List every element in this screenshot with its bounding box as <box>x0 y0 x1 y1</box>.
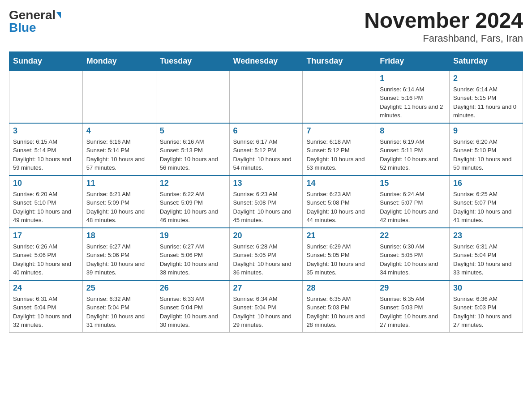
location-text: Farashband, Fars, Iran <box>364 33 523 44</box>
day-info: Sunrise: 6:16 AM Sunset: 5:13 PM Dayligh… <box>160 137 226 172</box>
day-info: Sunrise: 6:17 AM Sunset: 5:12 PM Dayligh… <box>233 137 299 172</box>
day-number: 24 <box>13 283 79 293</box>
calendar-cell: 15Sunrise: 6:24 AM Sunset: 5:07 PM Dayli… <box>376 176 450 228</box>
calendar-cell: 23Sunrise: 6:31 AM Sunset: 5:04 PM Dayli… <box>450 228 523 280</box>
calendar-cell <box>229 71 303 123</box>
calendar-week-4: 17Sunrise: 6:26 AM Sunset: 5:06 PM Dayli… <box>9 228 523 280</box>
calendar-cell: 12Sunrise: 6:22 AM Sunset: 5:09 PM Dayli… <box>156 176 229 228</box>
page-header: General Blue November 2024 Farashband, F… <box>9 9 523 44</box>
calendar-cell: 14Sunrise: 6:23 AM Sunset: 5:08 PM Dayli… <box>303 176 376 228</box>
weekday-header-wednesday: Wednesday <box>229 51 303 71</box>
calendar-cell: 27Sunrise: 6:34 AM Sunset: 5:04 PM Dayli… <box>229 280 303 333</box>
day-info: Sunrise: 6:33 AM Sunset: 5:04 PM Dayligh… <box>160 295 226 330</box>
day-info: Sunrise: 6:14 AM Sunset: 5:15 PM Dayligh… <box>453 85 519 120</box>
calendar-cell: 8Sunrise: 6:19 AM Sunset: 5:11 PM Daylig… <box>376 123 450 176</box>
day-number: 7 <box>306 126 372 136</box>
calendar-cell: 25Sunrise: 6:32 AM Sunset: 5:04 PM Dayli… <box>82 280 156 333</box>
day-info: Sunrise: 6:28 AM Sunset: 5:05 PM Dayligh… <box>233 242 299 277</box>
day-info: Sunrise: 6:26 AM Sunset: 5:06 PM Dayligh… <box>13 242 79 277</box>
day-info: Sunrise: 6:31 AM Sunset: 5:04 PM Dayligh… <box>13 295 79 330</box>
calendar-cell: 6Sunrise: 6:17 AM Sunset: 5:12 PM Daylig… <box>229 123 303 176</box>
day-number: 14 <box>306 179 372 188</box>
calendar-cell: 11Sunrise: 6:21 AM Sunset: 5:09 PM Dayli… <box>82 176 156 228</box>
day-number: 25 <box>86 283 152 293</box>
day-number: 18 <box>86 231 152 240</box>
day-number: 17 <box>13 231 79 240</box>
day-number: 2 <box>453 74 519 83</box>
day-number: 9 <box>453 126 519 136</box>
day-number: 22 <box>380 231 446 240</box>
calendar-cell: 19Sunrise: 6:27 AM Sunset: 5:06 PM Dayli… <box>156 228 229 280</box>
day-number: 20 <box>233 231 299 240</box>
day-number: 6 <box>233 126 299 136</box>
day-info: Sunrise: 6:20 AM Sunset: 5:10 PM Dayligh… <box>453 137 519 172</box>
day-info: Sunrise: 6:31 AM Sunset: 5:04 PM Dayligh… <box>453 242 519 277</box>
weekday-header-friday: Friday <box>376 51 450 71</box>
weekday-header-monday: Monday <box>82 51 156 71</box>
calendar-cell: 5Sunrise: 6:16 AM Sunset: 5:13 PM Daylig… <box>156 123 229 176</box>
day-number: 11 <box>86 179 152 188</box>
day-info: Sunrise: 6:22 AM Sunset: 5:09 PM Dayligh… <box>160 190 226 225</box>
day-info: Sunrise: 6:18 AM Sunset: 5:12 PM Dayligh… <box>306 137 372 172</box>
calendar-week-2: 3Sunrise: 6:15 AM Sunset: 5:14 PM Daylig… <box>9 123 523 176</box>
calendar-cell: 17Sunrise: 6:26 AM Sunset: 5:06 PM Dayli… <box>9 228 83 280</box>
day-number: 27 <box>233 283 299 293</box>
calendar-cell: 29Sunrise: 6:35 AM Sunset: 5:03 PM Dayli… <box>376 280 450 333</box>
day-number: 21 <box>306 231 372 240</box>
calendar-week-5: 24Sunrise: 6:31 AM Sunset: 5:04 PM Dayli… <box>9 280 523 333</box>
calendar-cell: 7Sunrise: 6:18 AM Sunset: 5:12 PM Daylig… <box>303 123 376 176</box>
day-number: 8 <box>380 126 446 136</box>
weekday-header-row: SundayMondayTuesdayWednesdayThursdayFrid… <box>9 51 523 71</box>
weekday-header-thursday: Thursday <box>303 51 376 71</box>
day-number: 5 <box>160 126 226 136</box>
logo-arrow-icon <box>56 12 61 18</box>
weekday-header-sunday: Sunday <box>9 51 83 71</box>
day-info: Sunrise: 6:34 AM Sunset: 5:04 PM Dayligh… <box>233 295 299 330</box>
day-number: 19 <box>160 231 226 240</box>
calendar-cell: 1Sunrise: 6:14 AM Sunset: 5:16 PM Daylig… <box>376 71 450 123</box>
calendar-cell: 22Sunrise: 6:30 AM Sunset: 5:05 PM Dayli… <box>376 228 450 280</box>
day-number: 28 <box>306 283 372 293</box>
calendar-cell: 26Sunrise: 6:33 AM Sunset: 5:04 PM Dayli… <box>156 280 229 333</box>
day-number: 26 <box>160 283 226 293</box>
calendar-cell: 10Sunrise: 6:20 AM Sunset: 5:10 PM Dayli… <box>9 176 83 228</box>
calendar-cell: 28Sunrise: 6:35 AM Sunset: 5:03 PM Dayli… <box>303 280 376 333</box>
logo-blue-text: Blue <box>9 21 36 34</box>
calendar-cell: 13Sunrise: 6:23 AM Sunset: 5:08 PM Dayli… <box>229 176 303 228</box>
calendar-table: SundayMondayTuesdayWednesdayThursdayFrid… <box>9 51 523 333</box>
day-info: Sunrise: 6:15 AM Sunset: 5:14 PM Dayligh… <box>13 137 79 172</box>
calendar-cell: 9Sunrise: 6:20 AM Sunset: 5:10 PM Daylig… <box>450 123 523 176</box>
day-info: Sunrise: 6:19 AM Sunset: 5:11 PM Dayligh… <box>380 137 446 172</box>
day-info: Sunrise: 6:27 AM Sunset: 5:06 PM Dayligh… <box>86 242 152 277</box>
day-info: Sunrise: 6:14 AM Sunset: 5:16 PM Dayligh… <box>380 85 446 120</box>
day-info: Sunrise: 6:16 AM Sunset: 5:14 PM Dayligh… <box>86 137 152 172</box>
day-info: Sunrise: 6:29 AM Sunset: 5:05 PM Dayligh… <box>306 242 372 277</box>
logo-general-text: General <box>9 9 56 21</box>
day-number: 15 <box>380 179 446 188</box>
day-info: Sunrise: 6:24 AM Sunset: 5:07 PM Dayligh… <box>380 190 446 225</box>
calendar-cell <box>9 71 83 123</box>
day-number: 1 <box>380 74 446 83</box>
calendar-cell <box>156 71 229 123</box>
day-number: 16 <box>453 179 519 188</box>
day-info: Sunrise: 6:30 AM Sunset: 5:05 PM Dayligh… <box>380 242 446 277</box>
calendar-cell: 4Sunrise: 6:16 AM Sunset: 5:14 PM Daylig… <box>82 123 156 176</box>
weekday-header-tuesday: Tuesday <box>156 51 229 71</box>
day-info: Sunrise: 6:21 AM Sunset: 5:09 PM Dayligh… <box>86 190 152 225</box>
calendar-cell: 30Sunrise: 6:36 AM Sunset: 5:03 PM Dayli… <box>450 280 523 333</box>
day-info: Sunrise: 6:36 AM Sunset: 5:03 PM Dayligh… <box>453 295 519 330</box>
calendar-cell <box>303 71 376 123</box>
calendar-cell: 2Sunrise: 6:14 AM Sunset: 5:15 PM Daylig… <box>450 71 523 123</box>
calendar-week-1: 1Sunrise: 6:14 AM Sunset: 5:16 PM Daylig… <box>9 71 523 123</box>
calendar-cell: 21Sunrise: 6:29 AM Sunset: 5:05 PM Dayli… <box>303 228 376 280</box>
day-number: 3 <box>13 126 79 136</box>
calendar-cell: 3Sunrise: 6:15 AM Sunset: 5:14 PM Daylig… <box>9 123 83 176</box>
month-title: November 2024 <box>364 9 523 33</box>
calendar-week-3: 10Sunrise: 6:20 AM Sunset: 5:10 PM Dayli… <box>9 176 523 228</box>
day-info: Sunrise: 6:23 AM Sunset: 5:08 PM Dayligh… <box>306 190 372 225</box>
calendar-cell: 18Sunrise: 6:27 AM Sunset: 5:06 PM Dayli… <box>82 228 156 280</box>
day-number: 23 <box>453 231 519 240</box>
day-info: Sunrise: 6:20 AM Sunset: 5:10 PM Dayligh… <box>13 190 79 225</box>
day-info: Sunrise: 6:23 AM Sunset: 5:08 PM Dayligh… <box>233 190 299 225</box>
logo: General Blue <box>9 9 61 34</box>
